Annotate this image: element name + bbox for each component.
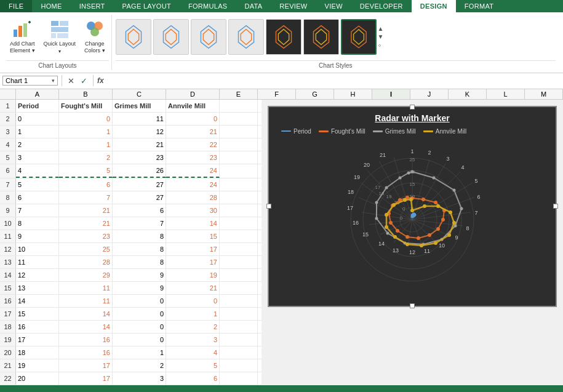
cell-foughts-mill[interactable]: 21 [59,204,113,217]
header-cell[interactable]: Annvile Mill [166,100,220,112]
col-header-k[interactable]: K [449,89,487,99]
cell-grimes-mill[interactable]: 0 [113,334,166,346]
cell-grimes-mill[interactable]: 9 [113,282,166,294]
cell-foughts-mill[interactable]: 0 [59,113,113,125]
empty-cell[interactable] [220,204,258,217]
cell-period[interactable]: 16 [16,321,59,333]
cell-annvile-mill[interactable]: 17 [166,256,220,268]
cell-foughts-mill[interactable]: 25 [59,243,113,255]
empty-cell[interactable] [220,295,258,307]
cell-annvile-mill[interactable]: 5 [166,359,220,372]
header-cell[interactable]: Grimes Mill [113,100,166,112]
cell-grimes-mill[interactable]: 0 [113,321,166,333]
cell-period[interactable]: 4 [16,164,59,178]
col-header-f[interactable]: F [258,89,296,99]
cell-foughts-mill[interactable]: 11 [59,282,113,294]
add-chart-element-button[interactable]: Add ChartElement ▾ [6,17,39,57]
cell-foughts-mill[interactable]: 17 [59,359,113,372]
cell-annvile-mill[interactable]: 0 [166,295,220,307]
cell-annvile-mill[interactable]: 6 [166,372,220,385]
cell-grimes-mill[interactable]: 1 [113,346,166,359]
cell-grimes-mill[interactable]: 9 [113,269,166,281]
cell-period[interactable]: 6 [16,191,59,204]
cell-annvile-mill[interactable]: 1 [166,308,220,320]
chart-panel[interactable]: Radar with Marker PeriodFought's MillGri… [262,100,563,385]
cell-period[interactable]: 2 [16,138,59,151]
cell-foughts-mill[interactable]: 7 [59,191,113,204]
resize-handle-left[interactable] [266,204,271,209]
empty-cell[interactable] [220,359,258,372]
col-header-e[interactable]: E [220,89,258,99]
cell-grimes-mill[interactable]: 8 [113,230,166,242]
cell-grimes-mill[interactable]: 27 [113,178,166,191]
chart-style-thumb-6[interactable] [303,19,339,55]
col-header-a[interactable]: A [16,89,59,99]
cell-grimes-mill[interactable]: 8 [113,256,166,268]
col-header-h[interactable]: H [334,89,372,99]
chart-style-thumb-1[interactable] [116,19,151,55]
cell-period[interactable]: 15 [16,308,59,320]
cell-period[interactable]: 9 [16,230,59,242]
cell-period[interactable]: 1 [16,126,59,138]
cell-foughts-mill[interactable]: 2 [59,151,113,164]
cell-annvile-mill[interactable]: 17 [166,243,220,255]
col-header-d[interactable]: D [166,89,220,99]
empty-cell[interactable] [220,321,258,333]
cell-period[interactable]: 5 [16,178,59,191]
cell-period[interactable]: 14 [16,295,59,307]
cell-foughts-mill[interactable]: 5 [59,164,113,178]
cell-annvile-mill[interactable]: 24 [166,178,220,191]
empty-cell[interactable] [220,138,258,151]
cell-annvile-mill[interactable]: 21 [166,126,220,138]
cell-annvile-mill[interactable]: 28 [166,191,220,204]
radar-chart[interactable]: 1 2 3 4 5 6 7 8 9 10 11 12 13 [275,140,549,300]
cell-grimes-mill[interactable]: 0 [113,308,166,320]
chart-style-thumb-7[interactable] [341,19,377,55]
tab-home[interactable]: HOME [32,0,70,12]
col-header-j[interactable]: J [410,89,449,99]
chart-style-thumb-5[interactable] [266,19,301,55]
cell-grimes-mill[interactable]: 0 [113,295,166,307]
col-header-g[interactable]: G [296,89,334,99]
col-header-l[interactable]: L [487,89,525,99]
cell-grimes-mill[interactable]: 12 [113,126,166,138]
cell-annvile-mill[interactable]: 22 [166,138,220,151]
cell-grimes-mill[interactable]: 11 [113,113,166,125]
cell-grimes-mill[interactable]: 21 [113,138,166,151]
chart-styles-scroll[interactable]: ▲ ▼ ⬦ [378,25,384,48]
cell-annvile-mill[interactable]: 21 [166,282,220,294]
formula-confirm-button[interactable]: ✓ [79,76,89,86]
header-cell[interactable]: Period [16,100,59,112]
tab-format[interactable]: FORMAT [456,0,502,12]
empty-cell[interactable] [220,269,258,281]
resize-handle-bottom[interactable] [410,303,415,308]
chart-style-thumb-4[interactable] [228,19,264,55]
tab-developer[interactable]: DEVELOPER [351,0,412,12]
header-cell[interactable]: Fought's Mill [59,100,113,112]
cell-period[interactable]: 12 [16,269,59,281]
cell-grimes-mill[interactable]: 2 [113,359,166,372]
empty-cell[interactable] [220,100,258,112]
cell-annvile-mill[interactable]: 30 [166,204,220,217]
col-header-i[interactable]: I [372,89,410,99]
empty-cell[interactable] [220,164,258,178]
cell-foughts-mill[interactable]: 17 [59,372,113,385]
tab-data[interactable]: DATA [236,0,271,12]
tab-page-layout[interactable]: PAGE LAYOUT [114,0,180,12]
cell-foughts-mill[interactable]: 14 [59,321,113,333]
empty-cell[interactable] [220,113,258,125]
cell-period[interactable]: 20 [16,372,59,385]
empty-cell[interactable] [220,191,258,204]
empty-cell[interactable] [220,178,258,191]
tab-formulas[interactable]: FORMULAS [180,0,236,12]
cell-foughts-mill[interactable]: 28 [59,256,113,268]
cell-period[interactable]: 11 [16,256,59,268]
col-header-c[interactable]: C [113,89,166,99]
cell-annvile-mill[interactable]: 2 [166,321,220,333]
cell-period[interactable]: 0 [16,113,59,125]
cell-foughts-mill[interactable]: 29 [59,269,113,281]
cell-foughts-mill[interactable]: 1 [59,126,113,138]
cell-grimes-mill[interactable]: 7 [113,217,166,230]
empty-cell[interactable] [220,334,258,346]
cell-annvile-mill[interactable]: 19 [166,269,220,281]
